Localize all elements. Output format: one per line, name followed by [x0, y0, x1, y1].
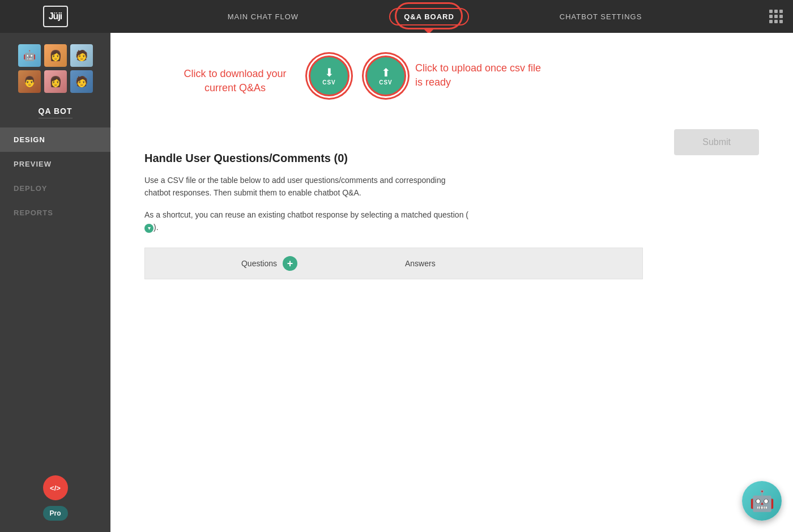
avatar-person2: 🧑 — [70, 44, 93, 67]
table-header: Questions + Answers — [145, 248, 643, 279]
sidebar-item-deploy: DEPLOY — [0, 176, 110, 201]
qa-title: Handle User Questions/Comments (0) — [144, 152, 643, 165]
main-layout: 🤖 👩 🧑 👨 👩 🧑 QA BOT DESIGN PREVIEW DEPLOY… — [0, 33, 793, 532]
col-answers: Answers — [394, 248, 643, 279]
sidebar-item-design[interactable]: DESIGN — [0, 127, 110, 152]
avatar-grid: 🤖 👩 🧑 👨 👩 🧑 — [0, 33, 110, 102]
nav-main-chat-flow[interactable]: MAIN CHAT FLOW — [182, 0, 344, 33]
csv-section: Click to download your current Q&As ⬇ CS… — [144, 50, 643, 141]
logo-area: Jüji — [0, 6, 110, 27]
pro-badge[interactable]: Pro — [43, 506, 68, 521]
grid-dot — [769, 10, 773, 13]
dropdown-arrow-icon: ▾ — [144, 224, 154, 233]
top-navigation: Jüji MAIN CHAT FLOW Q&A BOARD CHATBOT SE… — [0, 0, 793, 33]
grid-dot — [774, 10, 778, 13]
avatar-person1: 👩 — [44, 44, 67, 67]
upload-csv-button[interactable]: ⬆ CSV — [365, 56, 406, 96]
grid-dot — [774, 20, 778, 23]
bot-name: QA BOT — [0, 107, 110, 116]
upload-csv-circle[interactable]: ⬆ CSV — [365, 56, 406, 96]
grid-dot — [779, 10, 783, 13]
avatar-person5: 🧑 — [70, 70, 93, 93]
sidebar-item-reports: REPORTS — [0, 201, 110, 225]
robot-mascot[interactable]: 🤖 — [742, 481, 782, 521]
sidebar-menu: DESIGN PREVIEW DEPLOY REPORTS — [0, 127, 110, 225]
grid-dot — [774, 15, 778, 18]
sidebar-item-preview[interactable]: PREVIEW — [0, 152, 110, 176]
submit-button[interactable]: Submit — [674, 129, 759, 155]
annotation-upload: Click to upload once csv file is ready — [415, 61, 545, 90]
sidebar: 🤖 👩 🧑 👨 👩 🧑 QA BOT DESIGN PREVIEW DEPLOY… — [0, 33, 110, 532]
grid-dots — [769, 10, 783, 23]
qa-section: Handle User Questions/Comments (0) Use a… — [144, 152, 643, 279]
add-question-button[interactable]: + — [283, 256, 297, 271]
upload-icon: ⬆ — [381, 67, 391, 78]
qa-description: Use a CSV file or the table below to add… — [144, 174, 473, 199]
qa-shortcut: As a shortcut, you can reuse an existing… — [144, 208, 473, 234]
content-inner: Click to download your current Q&As ⬇ CS… — [110, 33, 677, 302]
grid-menu-icon[interactable] — [759, 10, 793, 23]
grid-dot — [779, 15, 783, 18]
nav-links: MAIN CHAT FLOW Q&A BOARD CHATBOT SETTING… — [110, 0, 759, 33]
content-area: Submit Click to download your current Q&… — [110, 33, 793, 532]
avatar-robot: 🤖 — [18, 44, 41, 67]
nav-chatbot-settings[interactable]: CHATBOT SETTINGS — [514, 0, 688, 33]
grid-dot — [769, 20, 773, 23]
code-badge[interactable]: </> — [43, 475, 68, 500]
download-csv-circle[interactable]: ⬇ CSV — [309, 56, 349, 96]
th-questions-inner: Questions + — [156, 256, 382, 271]
col-questions: Questions + — [145, 248, 394, 279]
grid-dot — [769, 15, 773, 18]
bot-divider — [39, 118, 73, 118]
sidebar-bottom: </> Pro — [0, 475, 110, 521]
submit-area: Submit — [674, 129, 759, 155]
avatar-person3: 👨 — [18, 70, 41, 93]
annotation-download: Click to download your current Q&As — [178, 67, 292, 95]
download-icon: ⬇ — [325, 67, 334, 78]
grid-dot — [779, 20, 783, 23]
avatar-person4: 👩 — [44, 70, 67, 93]
logo-text: Jüji — [49, 11, 62, 22]
nav-qa-board[interactable]: Q&A BOARD — [344, 0, 514, 33]
download-csv-button[interactable]: ⬇ CSV — [309, 56, 349, 96]
qa-table: Questions + Answers — [144, 248, 643, 279]
logo[interactable]: Jüji — [43, 6, 68, 27]
